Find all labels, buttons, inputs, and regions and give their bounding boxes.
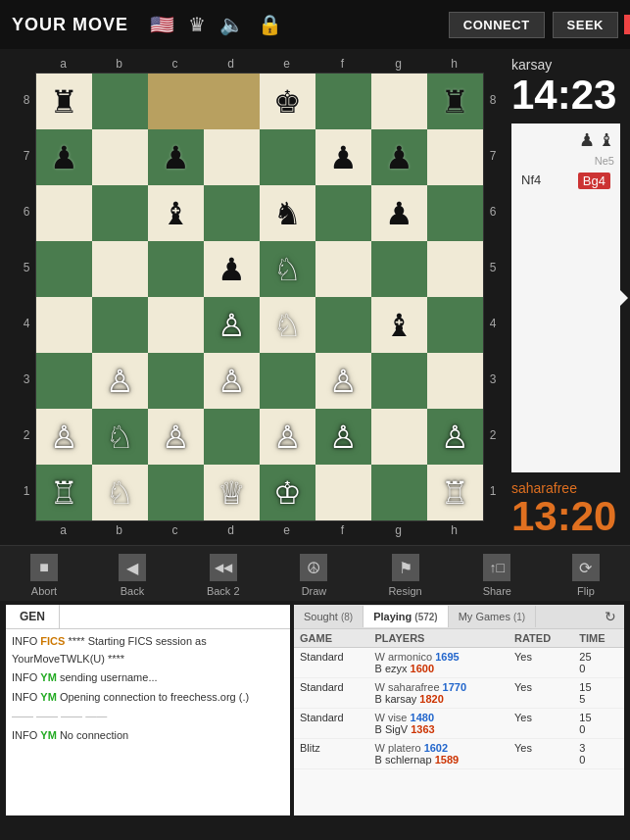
board-cell[interactable]: [92, 185, 148, 241]
row-4-label: 4: [18, 296, 35, 352]
board-cell[interactable]: [427, 297, 483, 353]
board-cell[interactable]: [427, 129, 483, 185]
board-cell[interactable]: [371, 74, 427, 129]
black-p-piece: ♟: [218, 254, 246, 285]
board-cell[interactable]: [92, 74, 148, 129]
board-cell[interactable]: [371, 465, 427, 520]
board-cell[interactable]: [148, 465, 204, 520]
board-cell[interactable]: [92, 241, 148, 297]
board-cell[interactable]: ♞: [260, 185, 315, 241]
board-cell[interactable]: ♟: [371, 129, 427, 185]
toolbar-share[interactable]: ↑□ Share: [483, 554, 511, 597]
board-cell[interactable]: [92, 297, 148, 353]
board-cell[interactable]: [204, 185, 260, 241]
board-cell[interactable]: ♟: [148, 129, 204, 185]
board-cell[interactable]: [36, 297, 92, 353]
lock-icon: 🔒: [258, 13, 282, 36]
flip-icon: ⟳: [572, 554, 600, 581]
board-cell[interactable]: ♙: [315, 353, 371, 409]
board-cell[interactable]: ♖: [36, 465, 92, 520]
board-cell[interactable]: ♘: [92, 409, 148, 465]
board-cell[interactable]: ♙: [315, 409, 371, 465]
sound-icon: 🔈: [219, 13, 244, 36]
board-cell[interactable]: [148, 297, 204, 353]
board-cell[interactable]: ♟: [204, 241, 260, 297]
toolbar-back2[interactable]: ◀◀ Back 2: [207, 554, 240, 597]
board-cell[interactable]: [92, 129, 148, 185]
flag-icon: 🇺🇸: [150, 13, 174, 36]
games-tbody: Standard W armonico 1695 B ezyx 1600 Yes…: [294, 648, 624, 769]
toolbar-abort[interactable]: ■ Abort: [30, 554, 58, 597]
board-cell[interactable]: ♙: [36, 409, 92, 465]
board-cell[interactable]: [204, 409, 260, 465]
board-cell[interactable]: [315, 241, 371, 297]
board-cell[interactable]: ♚: [260, 74, 315, 129]
board-cell[interactable]: [204, 74, 260, 129]
board-cell[interactable]: ♜: [427, 74, 483, 129]
games-tab-sought[interactable]: Sought (8): [294, 606, 363, 627]
board-cell[interactable]: ♘: [260, 297, 315, 353]
gen-input[interactable]: [60, 605, 290, 628]
chess-board[interactable]: ♜♚♜♟♟♟♟♝♞♟♟♘♙♘♝♙♙♙♙♘♙♙♙♙♖♘♕♔♖: [35, 73, 484, 521]
board-cell[interactable]: [36, 185, 92, 241]
board-cell[interactable]: [260, 353, 315, 409]
toolbar-resign[interactable]: ⚑ Resign: [388, 554, 421, 597]
board-cell[interactable]: [427, 185, 483, 241]
board-cell[interactable]: [371, 353, 427, 409]
white-k-piece: ♔: [273, 477, 302, 509]
board-cell[interactable]: ♙: [204, 353, 260, 409]
board-cell[interactable]: ♘: [260, 241, 315, 297]
game-time: 25 0: [573, 648, 624, 678]
games-tab-playing[interactable]: Playing (572): [363, 606, 449, 627]
board-cell[interactable]: [148, 74, 204, 129]
toolbar-flip[interactable]: ⟳ Flip: [572, 554, 600, 597]
board-cell[interactable]: [36, 241, 92, 297]
share-label: Share: [483, 585, 511, 597]
board-cell[interactable]: [36, 353, 92, 409]
board-cell[interactable]: ♟: [371, 185, 427, 241]
board-cell[interactable]: ♝: [371, 297, 427, 353]
board-cell[interactable]: [315, 74, 371, 129]
board-cell[interactable]: ♟: [315, 129, 371, 185]
toolbar-back[interactable]: ◀ Back: [119, 554, 146, 597]
board-cell[interactable]: [204, 129, 260, 185]
board-cell[interactable]: [315, 297, 371, 353]
game-row[interactable]: Standard W vise 1480 B SigV 1363 Yes 15 …: [294, 709, 624, 739]
board-cell[interactable]: [371, 409, 427, 465]
board-cell[interactable]: ♘: [92, 465, 148, 520]
toolbar-draw[interactable]: ☮ Draw: [300, 554, 327, 597]
board-cell[interactable]: ♖: [427, 465, 483, 520]
board-cell[interactable]: [315, 185, 371, 241]
board-cell[interactable]: ♕: [204, 465, 260, 520]
seek-button[interactable]: SEEK: [553, 12, 618, 38]
games-refresh-button[interactable]: ↻: [597, 605, 624, 628]
last-move-label: Ne5: [517, 155, 614, 167]
board-cell[interactable]: ♟: [36, 129, 92, 185]
board-cell[interactable]: [427, 353, 483, 409]
gen-tab[interactable]: GEN: [6, 605, 60, 628]
board-cell[interactable]: ♙: [427, 409, 483, 465]
board-cell[interactable]: [148, 241, 204, 297]
board-cell[interactable]: ♙: [148, 409, 204, 465]
game-row[interactable]: Blitz W platero 1602 B schlernap 1589 Ye…: [294, 739, 624, 769]
board-cell[interactable]: [148, 353, 204, 409]
board-cell[interactable]: ♙: [260, 409, 315, 465]
col-e-bot: e: [259, 523, 315, 537]
board-cell[interactable]: [315, 465, 371, 520]
board-cell[interactable]: [371, 241, 427, 297]
game-rated: Yes: [509, 648, 573, 678]
col-time: TIME: [573, 629, 624, 648]
player-black: B schlernap 1589: [374, 754, 503, 766]
board-cell[interactable]: ♔: [260, 465, 315, 520]
game-row[interactable]: Standard W saharafree 1770 B karsay 1820…: [294, 678, 624, 709]
board-cell[interactable]: ♜: [36, 74, 92, 129]
board-cell[interactable]: [260, 129, 315, 185]
board-cell[interactable]: [427, 241, 483, 297]
games-table-header: GAME PLAYERS RATED TIME: [294, 629, 624, 648]
games-tab-my_games[interactable]: My Games (1): [449, 606, 536, 627]
connect-button[interactable]: CONNECT: [449, 12, 545, 38]
game-row[interactable]: Standard W armonico 1695 B ezyx 1600 Yes…: [294, 648, 624, 678]
board-cell[interactable]: ♝: [148, 185, 204, 241]
board-cell[interactable]: ♙: [204, 297, 260, 353]
board-cell[interactable]: ♙: [92, 353, 148, 409]
